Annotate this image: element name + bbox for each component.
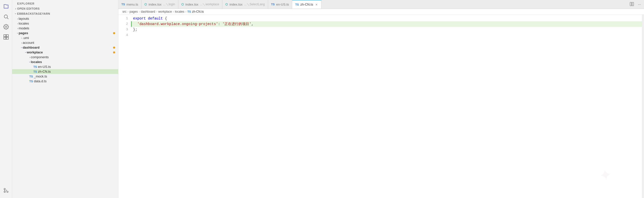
tree-item-locales2[interactable]: › locales [12, 60, 118, 64]
breadcrumb-pages[interactable]: pages [130, 10, 138, 13]
svg-rect-5 [4, 37, 6, 39]
svg-point-0 [4, 15, 7, 18]
str-key: 'dashboard.workplace.ongoing-projects' [137, 21, 218, 27]
zh-cn-ts-tab-label: zh-CN.ts [300, 3, 313, 6]
brace-close: }; [133, 27, 137, 32]
tab-zh-cn-ts[interactable]: TS zh-CN.ts × [292, 0, 321, 9]
svg-line-1 [7, 18, 8, 19]
git-icon[interactable] [2, 186, 11, 195]
index-selectlang-label: index.tsx [229, 3, 242, 6]
mock-ts-label: _mock.ts [34, 74, 47, 78]
tree-item-mock-ts[interactable]: TS _mock.ts [12, 74, 118, 79]
tree-item-locales[interactable]: › locales [12, 21, 118, 26]
code-area[interactable]: export default { 'dashboard.workplace.on… [131, 15, 642, 198]
menu-ts-icon: TS [121, 3, 125, 6]
code-line-1: export default { [131, 16, 642, 21]
tab-index-tsx-login[interactable]: ⬡ index.tsx ...＼login [141, 0, 178, 9]
dashboard-chevron: › [20, 47, 23, 48]
file-tree: › layouts › locales › models › pages › .… [12, 16, 118, 198]
tab-menu-ts[interactable]: TS menu.ts [118, 0, 141, 9]
locales-label: locales [19, 22, 29, 25]
tree-item-zh-cn-ts[interactable]: TS zh-CN.ts [12, 69, 118, 74]
comma2: , [251, 21, 253, 27]
search-icon[interactable] [2, 12, 11, 21]
minimap[interactable] [642, 15, 644, 198]
svg-point-2 [5, 26, 7, 28]
breadcrumb-src[interactable]: src [122, 10, 126, 13]
tree-item-components[interactable]: › components [12, 55, 118, 60]
tree-item-umi[interactable]: › .umi [12, 35, 118, 40]
umi-chevron: › [21, 36, 22, 39]
kw-export: export [133, 16, 146, 21]
components-label: components [31, 55, 49, 59]
tab-bar: TS menu.ts ⬡ index.tsx ...＼login ⬡ index… [118, 0, 644, 9]
breadcrumb-sep5: › [185, 10, 186, 13]
tree-item-dashboard[interactable]: › dashboard [12, 45, 118, 50]
tree-item-pages[interactable]: › pages [12, 31, 118, 35]
line2-indicator [131, 21, 132, 27]
components-chevron: › [29, 56, 30, 59]
line-num-3: 3 [118, 27, 128, 32]
tree-item-models[interactable]: › models [12, 26, 118, 31]
more-actions-icon[interactable]: ··· [637, 2, 642, 7]
line-num-2: 2 [118, 21, 128, 27]
index-login-path: ...＼login [163, 2, 175, 7]
pages-dot [113, 32, 115, 34]
breadcrumb-sep2: › [139, 10, 140, 13]
tab-en-us-ts[interactable]: TS en-US.ts [268, 0, 292, 9]
tree-item-data-d-ts[interactable]: TS data.d.ts [12, 79, 118, 84]
workplace-label: workplace [27, 50, 43, 54]
tree-item-layouts[interactable]: › layouts [12, 16, 118, 21]
split-editor-icon[interactable] [629, 2, 635, 7]
breadcrumb-sep3: › [156, 10, 157, 13]
index-selectlang-path: ...＼SelectLang [244, 2, 265, 7]
breadcrumb-dashboard[interactable]: dashboard [141, 10, 155, 13]
project-section[interactable]: › EBBBACKSTAGEYARN [12, 11, 118, 16]
dashboard-dot [113, 47, 115, 49]
account-chevron: › [21, 41, 22, 44]
en-us-ts-tab-icon: TS [271, 3, 275, 6]
brace-open: { [163, 16, 167, 21]
breadcrumb-locales[interactable]: locales [175, 10, 184, 13]
project-chevron: › [14, 13, 17, 14]
index-workplace-label: index.tsx [185, 3, 198, 6]
explorer-title: EXPLORER [12, 0, 118, 6]
workplace-chevron: › [24, 52, 27, 53]
open-editors-section[interactable]: › OPEN EDITORS [12, 6, 118, 11]
line-num-4: 4 [118, 32, 128, 38]
tree-item-en-us-ts[interactable]: TS en-US.ts [12, 64, 118, 69]
code-line-3: }; [131, 27, 642, 32]
svg-point-9 [4, 191, 5, 193]
workplace-dot [113, 51, 115, 53]
activity-bar [0, 0, 12, 198]
pages-label: pages [19, 31, 28, 35]
index-workplace-icon: ⬡ [181, 3, 184, 6]
editor-content[interactable]: 1 2 3 4 export default { 'dashboard.work… [118, 15, 644, 198]
indent2 [133, 21, 137, 27]
settings-icon[interactable] [2, 22, 11, 31]
zh-cn-ts-label: zh-CN.ts [38, 70, 51, 73]
account-label: account [23, 41, 34, 45]
str-val: '正在进行的项目' [222, 21, 251, 27]
colon2: : [218, 21, 222, 27]
kw-default: default [148, 16, 163, 21]
svg-rect-11 [630, 2, 632, 6]
breadcrumb-sep1: › [127, 10, 128, 13]
open-editors-label: OPEN EDITORS [17, 7, 40, 10]
tab-index-tsx-workplace[interactable]: ⬡ index.tsx ...＼workplace [178, 0, 222, 9]
files-icon[interactable] [2, 2, 11, 11]
tab-index-tsx-selectlang[interactable]: ⬡ index.tsx ...＼SelectLang [222, 0, 268, 9]
zh-cn-ts-close[interactable]: × [315, 2, 318, 7]
open-editors-chevron: › [15, 7, 16, 10]
svg-rect-6 [6, 37, 8, 39]
data-d-ts-badge: TS [29, 80, 33, 83]
index-login-label: index.tsx [148, 3, 161, 6]
svg-rect-4 [6, 35, 8, 37]
extensions-icon[interactable] [2, 32, 11, 42]
breadcrumb-workplace[interactable]: workplace [158, 10, 172, 13]
index-selectlang-icon: ⬡ [225, 3, 228, 6]
data-d-ts-label: data.d.ts [34, 79, 47, 83]
tree-item-account[interactable]: › account [12, 40, 118, 45]
en-us-ts-label: en-US.ts [38, 65, 51, 69]
tree-item-workplace[interactable]: › workplace [12, 50, 118, 55]
